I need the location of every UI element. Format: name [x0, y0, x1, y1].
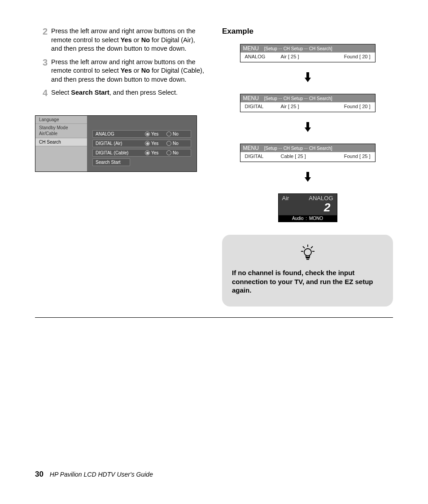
radio-yes-icon — [145, 131, 150, 136]
channel-number: 2 — [279, 202, 337, 215]
tip-text: If no channel is found, check the input … — [232, 268, 383, 295]
menu-search-start: Search Start — [92, 158, 130, 166]
prog-type: DIGITAL — [245, 104, 281, 109]
channel-display: Air ANALOG 2 Audio : MONO — [278, 193, 337, 222]
menu-panel: Language Standby Mode Air/Cable CH Searc… — [35, 115, 197, 172]
svg-line-1 — [303, 246, 305, 248]
step-2: 2 Press the left arrow and right arrow b… — [35, 27, 206, 53]
sidebar-item-standby-air: Standby Mode Air/Cable — [35, 124, 87, 138]
section-divider — [35, 317, 393, 318]
progress-box-digital-air: MENU [Setup ··· CH Setup ··· CH Search] … — [240, 94, 376, 112]
step-body: Select Search Start, and then press Sele… — [51, 88, 206, 97]
radio-no-icon — [166, 141, 171, 146]
menu-label: MENU — [243, 145, 259, 151]
progress-box-analog: MENU [Setup ··· CH Setup ··· CH Search] … — [240, 44, 376, 62]
guide-title: HP Pavilion LCD HDTV User's Guide — [50, 471, 153, 478]
step-4: 4 Select Search Start, and then press Se… — [35, 88, 206, 97]
step-number: 3 — [35, 58, 51, 84]
svg-line-2 — [311, 246, 313, 248]
page-number: 30 — [35, 470, 44, 478]
step-number: 2 — [35, 27, 51, 53]
prog-found: Found [ 20 ] — [326, 104, 371, 109]
radio-no-icon — [166, 131, 171, 136]
down-arrow-icon — [222, 172, 393, 184]
step-number: 4 — [35, 88, 51, 97]
sidebar-item-ch-search: CH Search — [35, 138, 87, 146]
prog-source: Air [ 25 ] — [281, 54, 326, 59]
progress-box-digital-cable: MENU [Setup ··· CH Setup ··· CH Search] … — [240, 144, 376, 162]
menu-row-digital-cable: DIGITAL (Cable) Yes No — [92, 149, 191, 157]
breadcrumb: [Setup ··· CH Setup ··· CH Search] — [264, 146, 332, 151]
prog-found: Found [ 20 ] — [326, 54, 371, 59]
menu-label: MENU — [243, 95, 259, 101]
prog-source: Air [ 25 ] — [281, 104, 326, 109]
radio-yes-icon — [145, 141, 150, 146]
radio-yes-icon — [145, 150, 150, 155]
tip-box: If no channel is found, check the input … — [222, 235, 393, 307]
radio-no-icon — [166, 150, 171, 155]
breadcrumb: [Setup ··· CH Setup ··· CH Search] — [264, 96, 332, 101]
step-body: Press the left arrow and right arrow but… — [51, 58, 206, 84]
menu-sidebar: Language Standby Mode Air/Cable CH Searc… — [35, 116, 87, 171]
lightbulb-icon — [232, 245, 383, 263]
prog-found: Found [ 25 ] — [326, 153, 371, 159]
down-arrow-icon — [222, 122, 393, 134]
breadcrumb: [Setup ··· CH Setup ··· CH Search] — [264, 46, 332, 51]
prog-type: ANALOG — [245, 54, 281, 59]
menu-body: ANALOG Yes No DIGITAL (Air) Yes No DIGIT… — [87, 116, 197, 171]
menu-row-digital-air: DIGITAL (Air) Yes No — [92, 140, 191, 147]
prog-type: DIGITAL — [245, 153, 281, 159]
channel-input: Air — [282, 195, 289, 202]
menu-label: MENU — [243, 45, 259, 52]
prog-source: Cable [ 25 ] — [281, 153, 326, 159]
sidebar-item-language: Language — [35, 116, 87, 124]
down-arrow-icon — [222, 72, 393, 84]
step-3: 3 Press the left arrow and right arrow b… — [35, 58, 206, 84]
menu-row-analog: ANALOG Yes No — [92, 130, 191, 138]
page-footer: 30 HP Pavilion LCD HDTV User's Guide — [35, 470, 153, 479]
example-heading: Example — [222, 27, 393, 36]
svg-point-5 — [304, 249, 311, 256]
channel-audio: Audio : MONO — [279, 215, 337, 222]
step-body: Press the left arrow and right arrow but… — [51, 27, 206, 53]
